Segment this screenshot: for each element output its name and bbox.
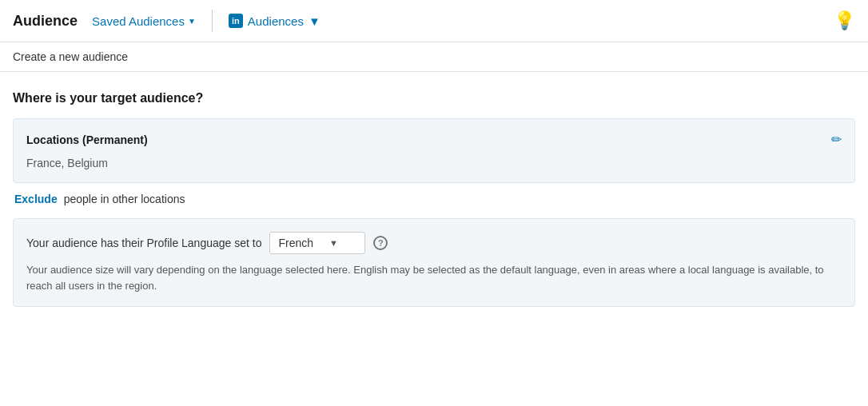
language-prompt: Your audience has their Profile Language… bbox=[26, 237, 261, 249]
language-row: Your audience has their Profile Language… bbox=[26, 232, 842, 254]
language-box: Your audience has their Profile Language… bbox=[13, 218, 855, 307]
language-value: French bbox=[278, 237, 313, 249]
create-new-audience-link[interactable]: Create a new audience bbox=[13, 50, 128, 63]
bulb-icon[interactable]: 💡 bbox=[834, 10, 855, 31]
saved-audiences-button[interactable]: Saved Audiences ▼ bbox=[87, 11, 201, 31]
linkedin-icon: in bbox=[229, 14, 243, 28]
help-icon[interactable]: ? bbox=[373, 236, 388, 250]
sub-header: Create a new audience bbox=[0, 42, 868, 72]
exclude-button[interactable]: Exclude bbox=[14, 193, 58, 205]
locations-header: Locations (Permanent) ✏ bbox=[26, 132, 842, 147]
header: Audience Saved Audiences ▼ in Audiences … bbox=[0, 0, 868, 42]
chevron-down-icon: ▼ bbox=[188, 17, 196, 26]
locations-value: France, Belgium bbox=[26, 157, 842, 169]
locations-label: Locations (Permanent) bbox=[26, 133, 148, 146]
header-right: 💡 bbox=[834, 10, 855, 31]
page-title: Audience bbox=[13, 13, 78, 30]
language-description: Your audience size will vary depending o… bbox=[26, 262, 842, 293]
exclude-line: Exclude people in other locations bbox=[13, 193, 855, 205]
linkedin-chevron-down-icon: ▼ bbox=[309, 14, 321, 28]
language-select[interactable]: French ▼ bbox=[269, 232, 365, 254]
section-title: Where is your target audience? bbox=[13, 91, 855, 105]
linkedin-audiences-button[interactable]: in Audiences ▼ bbox=[224, 10, 325, 31]
edit-icon[interactable]: ✏ bbox=[831, 132, 842, 147]
language-chevron-down-icon: ▼ bbox=[329, 238, 338, 248]
linkedin-audiences-label: Audiences bbox=[248, 14, 304, 28]
locations-box: Locations (Permanent) ✏ France, Belgium bbox=[13, 118, 855, 183]
main-content: Where is your target audience? Locations… bbox=[0, 72, 868, 320]
saved-audiences-label: Saved Audiences bbox=[92, 14, 185, 28]
exclude-text: people in other locations bbox=[64, 193, 185, 205]
header-divider bbox=[212, 10, 213, 32]
